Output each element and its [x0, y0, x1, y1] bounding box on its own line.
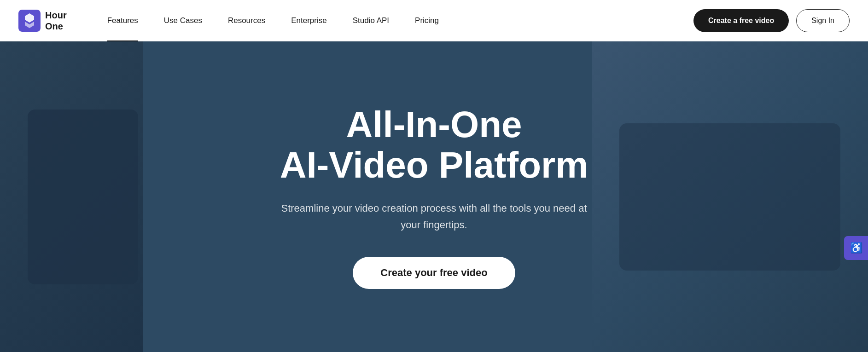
nav-item-pricing[interactable]: Pricing [402, 0, 452, 41]
hero-panel-right-inner [619, 123, 840, 271]
hero-title: All-In-One AI-Video Platform [278, 104, 591, 185]
navbar: Hour One Features Use Cases Resources En… [0, 0, 868, 41]
hero-panel-left [28, 110, 138, 284]
hero-section: All-In-One AI-Video Platform Streamline … [0, 41, 868, 352]
logo-icon [18, 10, 41, 32]
nav-item-enterprise[interactable]: Enterprise [278, 0, 339, 41]
logo[interactable]: Hour One [18, 10, 67, 32]
nav-item-use-cases[interactable]: Use Cases [151, 0, 215, 41]
nav-links: Features Use Cases Resources Enterprise … [94, 0, 693, 41]
hero-subtitle: Streamline your video creation process w… [278, 200, 591, 232]
logo-text: Hour One [45, 10, 67, 32]
nav-actions: Create a free video Sign In [693, 9, 850, 32]
sign-in-button[interactable]: Sign In [796, 9, 850, 32]
nav-item-studio-api[interactable]: Studio API [340, 0, 402, 41]
create-free-video-button[interactable]: Create a free video [693, 9, 789, 32]
hero-content: All-In-One AI-Video Platform Streamline … [259, 104, 609, 289]
nav-item-resources[interactable]: Resources [215, 0, 278, 41]
nav-item-features[interactable]: Features [94, 0, 151, 41]
hero-cta-button[interactable]: Create your free video [353, 257, 515, 289]
accessibility-button[interactable]: ♿ [844, 236, 868, 260]
accessibility-icon: ♿ [850, 242, 862, 254]
